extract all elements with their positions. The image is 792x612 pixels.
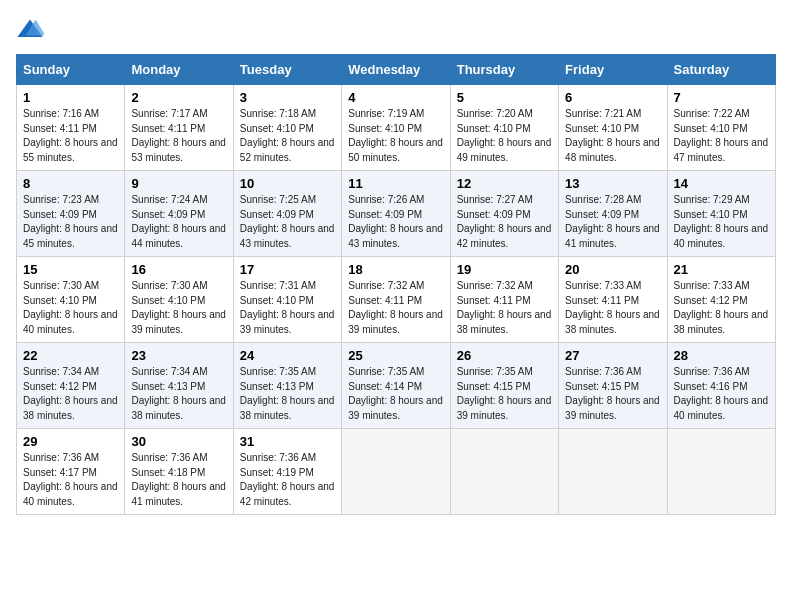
day-number: 12 xyxy=(457,176,552,191)
day-info: Sunrise: 7:31 AMSunset: 4:10 PMDaylight:… xyxy=(240,279,335,337)
day-info: Sunrise: 7:36 AMSunset: 4:15 PMDaylight:… xyxy=(565,365,660,423)
day-number: 27 xyxy=(565,348,660,363)
calendar-cell: 6Sunrise: 7:21 AMSunset: 4:10 PMDaylight… xyxy=(559,85,667,171)
day-info: Sunrise: 7:17 AMSunset: 4:11 PMDaylight:… xyxy=(131,107,226,165)
calendar-cell: 24Sunrise: 7:35 AMSunset: 4:13 PMDayligh… xyxy=(233,343,341,429)
weekday-header-wednesday: Wednesday xyxy=(342,55,450,85)
day-info: Sunrise: 7:33 AMSunset: 4:12 PMDaylight:… xyxy=(674,279,769,337)
calendar-cell: 10Sunrise: 7:25 AMSunset: 4:09 PMDayligh… xyxy=(233,171,341,257)
day-info: Sunrise: 7:36 AMSunset: 4:19 PMDaylight:… xyxy=(240,451,335,509)
calendar-cell: 5Sunrise: 7:20 AMSunset: 4:10 PMDaylight… xyxy=(450,85,558,171)
day-number: 4 xyxy=(348,90,443,105)
weekday-header-monday: Monday xyxy=(125,55,233,85)
logo-icon xyxy=(16,16,44,44)
calendar-cell xyxy=(559,429,667,515)
calendar-cell: 2Sunrise: 7:17 AMSunset: 4:11 PMDaylight… xyxy=(125,85,233,171)
calendar-cell: 15Sunrise: 7:30 AMSunset: 4:10 PMDayligh… xyxy=(17,257,125,343)
calendar-cell xyxy=(667,429,775,515)
day-number: 31 xyxy=(240,434,335,449)
day-info: Sunrise: 7:22 AMSunset: 4:10 PMDaylight:… xyxy=(674,107,769,165)
day-info: Sunrise: 7:34 AMSunset: 4:13 PMDaylight:… xyxy=(131,365,226,423)
day-info: Sunrise: 7:29 AMSunset: 4:10 PMDaylight:… xyxy=(674,193,769,251)
calendar-cell: 27Sunrise: 7:36 AMSunset: 4:15 PMDayligh… xyxy=(559,343,667,429)
day-number: 28 xyxy=(674,348,769,363)
day-number: 25 xyxy=(348,348,443,363)
calendar-cell: 3Sunrise: 7:18 AMSunset: 4:10 PMDaylight… xyxy=(233,85,341,171)
calendar-cell: 25Sunrise: 7:35 AMSunset: 4:14 PMDayligh… xyxy=(342,343,450,429)
calendar-cell: 26Sunrise: 7:35 AMSunset: 4:15 PMDayligh… xyxy=(450,343,558,429)
day-info: Sunrise: 7:35 AMSunset: 4:13 PMDaylight:… xyxy=(240,365,335,423)
day-number: 22 xyxy=(23,348,118,363)
day-info: Sunrise: 7:26 AMSunset: 4:09 PMDaylight:… xyxy=(348,193,443,251)
day-info: Sunrise: 7:32 AMSunset: 4:11 PMDaylight:… xyxy=(457,279,552,337)
calendar-cell: 28Sunrise: 7:36 AMSunset: 4:16 PMDayligh… xyxy=(667,343,775,429)
calendar-cell: 23Sunrise: 7:34 AMSunset: 4:13 PMDayligh… xyxy=(125,343,233,429)
day-info: Sunrise: 7:32 AMSunset: 4:11 PMDaylight:… xyxy=(348,279,443,337)
calendar-cell: 30Sunrise: 7:36 AMSunset: 4:18 PMDayligh… xyxy=(125,429,233,515)
day-info: Sunrise: 7:30 AMSunset: 4:10 PMDaylight:… xyxy=(131,279,226,337)
calendar-cell: 29Sunrise: 7:36 AMSunset: 4:17 PMDayligh… xyxy=(17,429,125,515)
day-number: 3 xyxy=(240,90,335,105)
day-number: 2 xyxy=(131,90,226,105)
weekday-header-tuesday: Tuesday xyxy=(233,55,341,85)
day-info: Sunrise: 7:18 AMSunset: 4:10 PMDaylight:… xyxy=(240,107,335,165)
day-number: 23 xyxy=(131,348,226,363)
calendar-cell: 4Sunrise: 7:19 AMSunset: 4:10 PMDaylight… xyxy=(342,85,450,171)
calendar-table: SundayMondayTuesdayWednesdayThursdayFrid… xyxy=(16,54,776,515)
day-number: 19 xyxy=(457,262,552,277)
day-info: Sunrise: 7:33 AMSunset: 4:11 PMDaylight:… xyxy=(565,279,660,337)
day-info: Sunrise: 7:24 AMSunset: 4:09 PMDaylight:… xyxy=(131,193,226,251)
day-number: 16 xyxy=(131,262,226,277)
day-number: 5 xyxy=(457,90,552,105)
day-number: 7 xyxy=(674,90,769,105)
calendar-cell: 16Sunrise: 7:30 AMSunset: 4:10 PMDayligh… xyxy=(125,257,233,343)
calendar-cell: 22Sunrise: 7:34 AMSunset: 4:12 PMDayligh… xyxy=(17,343,125,429)
day-info: Sunrise: 7:19 AMSunset: 4:10 PMDaylight:… xyxy=(348,107,443,165)
day-number: 17 xyxy=(240,262,335,277)
day-number: 26 xyxy=(457,348,552,363)
day-info: Sunrise: 7:35 AMSunset: 4:14 PMDaylight:… xyxy=(348,365,443,423)
day-info: Sunrise: 7:36 AMSunset: 4:17 PMDaylight:… xyxy=(23,451,118,509)
calendar-cell: 8Sunrise: 7:23 AMSunset: 4:09 PMDaylight… xyxy=(17,171,125,257)
calendar-cell: 20Sunrise: 7:33 AMSunset: 4:11 PMDayligh… xyxy=(559,257,667,343)
day-number: 20 xyxy=(565,262,660,277)
day-number: 1 xyxy=(23,90,118,105)
day-info: Sunrise: 7:20 AMSunset: 4:10 PMDaylight:… xyxy=(457,107,552,165)
logo xyxy=(16,16,46,44)
day-number: 30 xyxy=(131,434,226,449)
day-number: 8 xyxy=(23,176,118,191)
calendar-cell: 12Sunrise: 7:27 AMSunset: 4:09 PMDayligh… xyxy=(450,171,558,257)
day-info: Sunrise: 7:35 AMSunset: 4:15 PMDaylight:… xyxy=(457,365,552,423)
calendar-cell: 11Sunrise: 7:26 AMSunset: 4:09 PMDayligh… xyxy=(342,171,450,257)
calendar-cell: 7Sunrise: 7:22 AMSunset: 4:10 PMDaylight… xyxy=(667,85,775,171)
calendar-cell xyxy=(450,429,558,515)
calendar-cell: 17Sunrise: 7:31 AMSunset: 4:10 PMDayligh… xyxy=(233,257,341,343)
day-info: Sunrise: 7:16 AMSunset: 4:11 PMDaylight:… xyxy=(23,107,118,165)
calendar-cell: 14Sunrise: 7:29 AMSunset: 4:10 PMDayligh… xyxy=(667,171,775,257)
day-number: 11 xyxy=(348,176,443,191)
day-number: 9 xyxy=(131,176,226,191)
day-info: Sunrise: 7:36 AMSunset: 4:16 PMDaylight:… xyxy=(674,365,769,423)
weekday-header-saturday: Saturday xyxy=(667,55,775,85)
calendar-cell: 13Sunrise: 7:28 AMSunset: 4:09 PMDayligh… xyxy=(559,171,667,257)
calendar-cell: 31Sunrise: 7:36 AMSunset: 4:19 PMDayligh… xyxy=(233,429,341,515)
day-info: Sunrise: 7:25 AMSunset: 4:09 PMDaylight:… xyxy=(240,193,335,251)
day-number: 29 xyxy=(23,434,118,449)
day-info: Sunrise: 7:36 AMSunset: 4:18 PMDaylight:… xyxy=(131,451,226,509)
day-info: Sunrise: 7:34 AMSunset: 4:12 PMDaylight:… xyxy=(23,365,118,423)
day-number: 6 xyxy=(565,90,660,105)
day-info: Sunrise: 7:30 AMSunset: 4:10 PMDaylight:… xyxy=(23,279,118,337)
day-info: Sunrise: 7:27 AMSunset: 4:09 PMDaylight:… xyxy=(457,193,552,251)
day-number: 18 xyxy=(348,262,443,277)
day-number: 24 xyxy=(240,348,335,363)
day-number: 15 xyxy=(23,262,118,277)
day-info: Sunrise: 7:21 AMSunset: 4:10 PMDaylight:… xyxy=(565,107,660,165)
weekday-header-thursday: Thursday xyxy=(450,55,558,85)
calendar-cell: 18Sunrise: 7:32 AMSunset: 4:11 PMDayligh… xyxy=(342,257,450,343)
page-header xyxy=(16,16,776,44)
day-info: Sunrise: 7:23 AMSunset: 4:09 PMDaylight:… xyxy=(23,193,118,251)
calendar-cell: 9Sunrise: 7:24 AMSunset: 4:09 PMDaylight… xyxy=(125,171,233,257)
day-number: 14 xyxy=(674,176,769,191)
calendar-cell: 21Sunrise: 7:33 AMSunset: 4:12 PMDayligh… xyxy=(667,257,775,343)
calendar-cell xyxy=(342,429,450,515)
